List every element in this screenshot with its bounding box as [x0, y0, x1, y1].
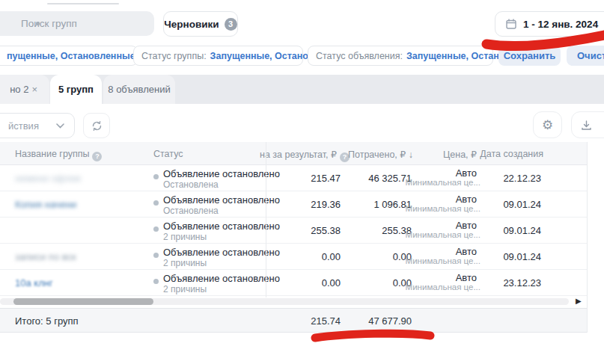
price-value: Авто [456, 220, 477, 231]
tab-selected-items[interactable]: но 2 × [0, 75, 49, 104]
column-label: Название группы [15, 149, 89, 159]
search-input[interactable] [0, 11, 154, 36]
column-header-price[interactable]: Цена, ₽ [443, 149, 477, 160]
red-underline-totals [315, 333, 430, 338]
price-value: Авто [456, 167, 477, 179]
column-header-spent[interactable]: Потрачено, ₽ ↓ [348, 149, 413, 160]
ads-manager-screen: Черновики 3 1 - 12 янв. 2024 пущенные, О… [0, 0, 604, 364]
price-value: Авто [456, 194, 477, 205]
filter-chip-ad-status[interactable]: Статус объявления: Запущенные, Остановле… [308, 46, 493, 66]
actions-label: йствия [8, 120, 39, 132]
totals-cpa: 215.74 [311, 315, 341, 327]
filter-chip-values: пущенные, Остановленные [7, 51, 135, 61]
help-icon[interactable]: ? [92, 152, 102, 161]
calendar-icon [505, 18, 517, 30]
status-dot-icon [153, 174, 159, 179]
created-date: 22.12.23 [503, 173, 541, 184]
price-value: Авто [456, 272, 477, 283]
drafts-label: Черновики [164, 19, 219, 30]
date-range-picker[interactable]: 1 - 12 янв. 2024 [495, 11, 604, 37]
clear-filters-button[interactable]: Очистить [567, 46, 604, 66]
cpa-value: 0.00 [322, 251, 341, 262]
drafts-button[interactable]: Черновики 3 [163, 11, 238, 37]
status-subtext: Остановлена [163, 179, 219, 190]
created-date: 09.01.24 [503, 199, 541, 210]
frozen-columns-divider [266, 142, 266, 297]
status-text: Объявление остановлено [163, 194, 280, 206]
column-header-created[interactable]: Дата создания [480, 149, 543, 159]
created-date: 09.01.24 [503, 225, 541, 236]
filter-chip-group-status[interactable]: Статус группы: Запущенные, Остановленные… [133, 46, 303, 66]
column-header-status[interactable]: Статус [153, 149, 183, 159]
table-header: Название группы? Статус на за результат,… [0, 142, 587, 165]
table-row[interactable]: немени офлие Объявление остановлено Оста… [0, 165, 587, 191]
gear-icon: ⚙ [542, 117, 553, 132]
settings-button[interactable]: ⚙ [533, 111, 562, 138]
table-row[interactable]: записи по вск Объявление остановлено 2 п… [0, 244, 587, 270]
group-name-link[interactable]: записи по вск [15, 251, 76, 262]
cpa-value: 0.00 [322, 277, 341, 289]
totals-label: Итого: 5 групп [15, 315, 79, 327]
export-button[interactable] [571, 111, 604, 138]
group-name-link[interactable]: 10а клнг [15, 277, 53, 289]
date-range-label: 1 - 12 янв. 2024 [523, 19, 598, 30]
tab-groups[interactable]: 5 групп [50, 75, 102, 104]
cpa-value: 215.47 [311, 173, 341, 184]
table-right-border [587, 142, 588, 333]
chevron-down-icon [56, 123, 64, 129]
tab-label: но 2 [10, 84, 28, 95]
status-text: Объявление остановлено [163, 168, 280, 179]
download-icon [581, 120, 592, 131]
tab-ads[interactable]: 8 объявлений [103, 75, 175, 104]
created-date: 23.12.23 [503, 277, 541, 289]
price-value: Авто [456, 246, 477, 257]
price-note: Минимальная це... [406, 178, 481, 187]
status-text: Объявление остановлено [163, 247, 280, 258]
scrollbar-thumb[interactable] [13, 298, 153, 305]
sort-desc-icon: ↓ [409, 149, 413, 160]
group-name-link[interactable]: Копия начени [15, 199, 76, 210]
drafts-count-badge: 3 [225, 18, 237, 31]
table-row[interactable]: Копия начени Объявление остановлено Оста… [0, 191, 587, 218]
status-subtext: 2 причины [163, 258, 207, 268]
save-filters-button[interactable]: Сохранить [498, 46, 561, 66]
status-subtext: Остановлена [163, 206, 219, 216]
price-note: Минимальная це... [406, 256, 481, 265]
cut-element-edge [47, 3, 119, 4]
status-dot-icon [153, 253, 159, 258]
group-name-link[interactable]: немени офлие [15, 173, 81, 184]
actions-dropdown[interactable]: йствия [0, 113, 75, 138]
status-subtext: 2 причины [163, 232, 207, 242]
cpa-value: 255.38 [311, 225, 341, 236]
cpa-value: 219.36 [311, 199, 341, 210]
totals-row: Итого: 5 групп 215.74 47 677.90 [0, 308, 587, 333]
price-note: Минимальная це... [406, 204, 481, 213]
scroll-right-icon[interactable]: ▶ [576, 297, 582, 305]
column-header-cpa[interactable]: на за результат, ₽? [260, 149, 350, 162]
price-note: Минимальная це... [406, 230, 481, 239]
table-row[interactable]: 10а клнг Объявление остановлено 2 причин… [0, 270, 587, 296]
refresh-icon [91, 120, 103, 132]
table-row[interactable]: Объявление остановлено 2 причины 255.38 … [0, 218, 587, 244]
status-dot-icon [153, 279, 159, 284]
filter-chip-label: Статус группы: [141, 51, 207, 61]
filter-chip-campaign-status[interactable]: пущенные, Остановленные × [0, 46, 138, 66]
totals-spent: 47 677.90 [368, 315, 412, 327]
filter-chip-label: Статус объявления: [316, 51, 403, 61]
search-icon [36, 22, 40, 25]
created-date: 09.01.24 [503, 251, 541, 262]
status-subtext: 2 причины [163, 284, 207, 294]
column-label: на за результат, ₽ [260, 149, 337, 160]
status-text: Объявление остановлено [163, 220, 280, 232]
status-text: Объявление остановлено [163, 273, 280, 284]
close-icon[interactable]: × [31, 84, 37, 95]
status-dot-icon [153, 200, 159, 206]
price-note: Минимальная це... [406, 283, 481, 291]
status-dot-icon [153, 226, 159, 232]
column-label: Потрачено, ₽ [348, 149, 406, 160]
tab-label: 8 объявлений [108, 84, 170, 95]
column-header-name[interactable]: Название группы? [15, 149, 102, 161]
refresh-button[interactable] [83, 113, 110, 138]
tab-label: 5 групп [58, 84, 94, 95]
